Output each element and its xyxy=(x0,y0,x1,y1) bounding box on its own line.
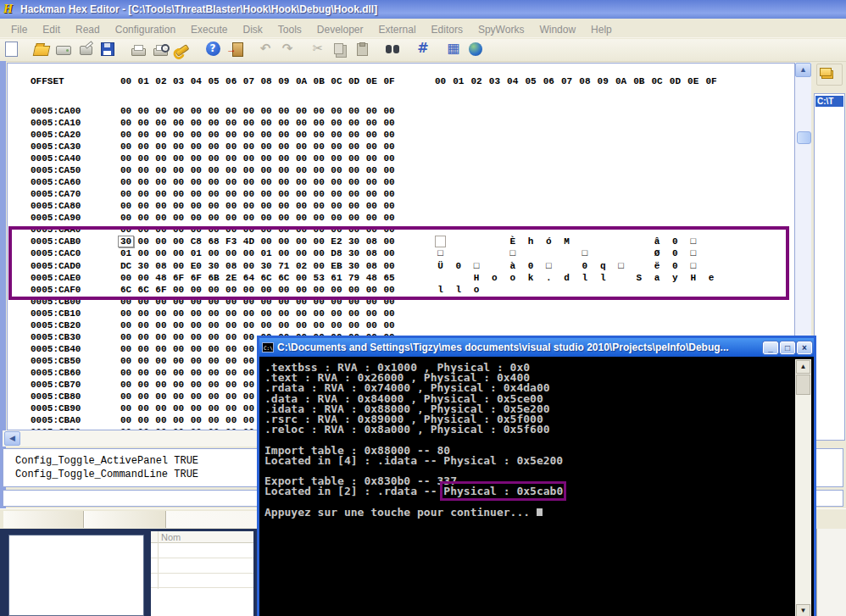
hex-byte-cell[interactable]: 00 xyxy=(345,142,363,152)
hex-byte-cell[interactable]: 00 xyxy=(275,142,292,152)
hex-byte-cell[interactable]: 00 xyxy=(240,189,258,199)
hex-byte-cell[interactable]: 00 xyxy=(135,165,153,175)
print-button[interactable] xyxy=(130,40,147,58)
hex-byte-cell[interactable]: 00 xyxy=(381,213,398,223)
hex-byte-cell[interactable]: 00 xyxy=(187,142,205,152)
hex-byte-cell[interactable]: 00 xyxy=(275,201,292,211)
hex-byte-cell[interactable]: 00 xyxy=(240,368,258,378)
hex-byte-cell[interactable]: 00 xyxy=(152,415,170,425)
hex-byte-cell[interactable]: 00 xyxy=(170,356,187,366)
hex-byte-cell[interactable]: 00 xyxy=(327,165,345,175)
hex-byte-cell[interactable]: 00 xyxy=(205,332,223,342)
hex-byte-cell[interactable]: 00 xyxy=(381,189,398,199)
hex-byte-cell[interactable]: 00 xyxy=(170,403,187,413)
hex-byte-cell[interactable]: 00 xyxy=(117,403,135,413)
hex-byte-cell[interactable]: 00 xyxy=(187,153,205,164)
hex-byte-cell[interactable]: 00 xyxy=(135,177,153,187)
hex-byte-cell[interactable]: 00 xyxy=(205,201,223,211)
hex-byte-cell[interactable]: 00 xyxy=(117,344,135,354)
hex-byte-cell[interactable]: 00 xyxy=(381,118,398,128)
hex-byte-cell[interactable]: 00 xyxy=(310,177,328,187)
hex-byte-cell[interactable]: 00 xyxy=(187,356,205,366)
hex-byte-cell[interactable]: 00 xyxy=(345,106,363,116)
hex-byte-cell[interactable]: 00 xyxy=(205,403,223,413)
hex-byte-cell[interactable]: 00 xyxy=(292,106,310,116)
hex-byte-cell[interactable]: 00 xyxy=(240,165,258,175)
hex-byte-cell[interactable]: 00 xyxy=(187,308,205,319)
hex-byte-cell[interactable]: 00 xyxy=(117,368,135,378)
hex-byte-cell[interactable]: 00 xyxy=(292,213,310,223)
hex-byte-cell[interactable]: 00 xyxy=(152,177,170,187)
column-header-nom[interactable]: Nom xyxy=(161,532,181,542)
console-scrollbar[interactable]: ▲ ▼ xyxy=(795,359,811,616)
hex-byte-cell[interactable]: 00 xyxy=(258,320,276,330)
hex-byte-cell[interactable]: 00 xyxy=(187,201,205,211)
hex-byte-cell[interactable]: 00 xyxy=(117,189,135,199)
hex-byte-cell[interactable]: 00 xyxy=(135,403,153,413)
hex-byte-cell[interactable]: 00 xyxy=(381,308,398,319)
hex-byte-cell[interactable]: 00 xyxy=(240,201,258,211)
hex-byte-cell[interactable]: 00 xyxy=(170,177,187,187)
hex-byte-cell[interactable]: 00 xyxy=(187,130,205,140)
hex-byte-cell[interactable]: 00 xyxy=(222,153,240,164)
hex-byte-cell[interactable]: 00 xyxy=(222,106,240,116)
hex-byte-cell[interactable]: 00 xyxy=(345,153,363,164)
hex-byte-cell[interactable]: 00 xyxy=(187,118,205,128)
hex-byte-cell[interactable]: 00 xyxy=(187,189,205,199)
hex-byte-cell[interactable]: 00 xyxy=(170,201,187,211)
hex-byte-cell[interactable]: 00 xyxy=(117,356,135,366)
menu-configuration[interactable]: Configuration xyxy=(108,20,183,40)
hex-byte-cell[interactable]: 00 xyxy=(205,308,223,319)
menu-window[interactable]: Window xyxy=(532,20,583,40)
hex-byte-cell[interactable]: 00 xyxy=(275,308,292,319)
hex-byte-cell[interactable]: 00 xyxy=(345,118,363,128)
hex-byte-cell[interactable]: 00 xyxy=(240,380,258,390)
cut-button[interactable]: ✂ xyxy=(309,40,326,58)
hex-byte-cell[interactable]: 00 xyxy=(135,415,153,425)
hex-byte-cell[interactable]: 00 xyxy=(310,201,328,211)
hex-byte-cell[interactable]: 00 xyxy=(222,118,240,128)
hex-byte-cell[interactable]: 00 xyxy=(240,118,258,128)
hex-byte-cell[interactable]: 00 xyxy=(170,165,187,175)
hex-byte-cell[interactable]: 00 xyxy=(117,380,135,390)
hex-byte-cell[interactable]: 00 xyxy=(222,142,240,152)
hex-byte-cell[interactable]: 00 xyxy=(258,165,276,175)
hex-byte-cell[interactable]: 00 xyxy=(363,118,381,128)
hex-byte-cell[interactable]: 00 xyxy=(117,165,135,175)
hex-byte-cell[interactable]: 00 xyxy=(117,332,135,342)
hex-byte-cell[interactable]: 00 xyxy=(292,308,310,319)
menu-editors[interactable]: Editors xyxy=(424,20,470,40)
hex-byte-cell[interactable]: 00 xyxy=(240,344,258,354)
hex-byte-cell[interactable]: 00 xyxy=(363,189,381,199)
hex-byte-cell[interactable]: 00 xyxy=(135,320,153,330)
hex-byte-cell[interactable]: 00 xyxy=(152,165,170,175)
hex-byte-cell[interactable]: 00 xyxy=(240,213,258,223)
hex-byte-cell[interactable]: 00 xyxy=(275,177,292,187)
title-bar[interactable]: H Hackman Hex Editor - [C:\Tools\ThreatB… xyxy=(0,0,846,19)
hex-byte-cell[interactable]: 00 xyxy=(205,153,223,164)
paste-button[interactable] xyxy=(353,40,370,58)
hex-byte-cell[interactable]: 00 xyxy=(117,142,135,152)
hex-byte-cell[interactable]: 00 xyxy=(117,130,135,140)
hex-byte-cell[interactable]: 00 xyxy=(170,142,187,152)
scroll-down-button[interactable]: ▼ xyxy=(796,604,810,616)
menu-external[interactable]: External xyxy=(371,20,424,40)
hex-byte-cell[interactable]: 00 xyxy=(205,189,223,199)
help-button[interactable]: ? xyxy=(204,40,221,58)
hex-byte-cell[interactable]: 00 xyxy=(152,391,170,402)
hex-byte-cell[interactable]: 00 xyxy=(135,213,153,223)
hex-byte-cell[interactable]: 00 xyxy=(187,332,205,342)
hex-byte-cell[interactable]: 00 xyxy=(135,142,153,152)
hex-byte-cell[interactable]: 00 xyxy=(117,201,135,211)
hex-byte-cell[interactable]: 00 xyxy=(327,213,345,223)
hex-byte-cell[interactable]: 00 xyxy=(187,165,205,175)
menu-execute[interactable]: Execute xyxy=(183,20,235,40)
hex-byte-cell[interactable]: 00 xyxy=(187,213,205,223)
hex-byte-cell[interactable]: 00 xyxy=(292,177,310,187)
scroll-left-button[interactable]: ◀ xyxy=(4,431,20,446)
hex-byte-cell[interactable]: 00 xyxy=(135,189,153,199)
hex-byte-cell[interactable]: 00 xyxy=(327,130,345,140)
hex-byte-cell[interactable]: 00 xyxy=(152,130,170,140)
hex-byte-cell[interactable]: 00 xyxy=(152,403,170,413)
hex-byte-cell[interactable]: 00 xyxy=(117,177,135,187)
